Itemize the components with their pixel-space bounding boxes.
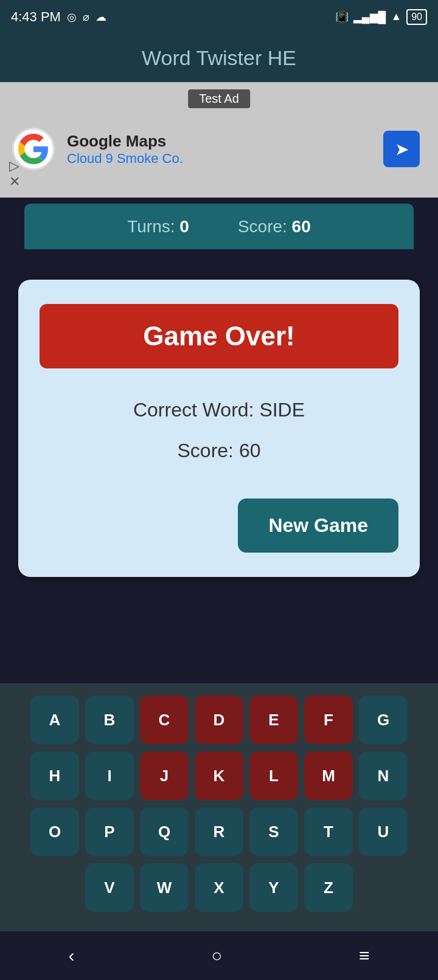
ad-business-sub: Cloud 9 Smoke Co. [67, 151, 183, 167]
key-q[interactable]: Q [140, 807, 189, 856]
signal-icon: ▂▄▆█ [353, 10, 386, 24]
key-n[interactable]: N [359, 751, 408, 800]
key-a[interactable]: A [30, 695, 79, 744]
new-game-button[interactable]: New Game [238, 499, 398, 553]
ad-close-icons: ▷ ✕ [9, 159, 20, 188]
status-time: 4:43 PM [11, 9, 61, 25]
keyboard-row-0: ABCDEFG [6, 695, 432, 744]
key-v[interactable]: V [85, 863, 134, 912]
key-k[interactable]: K [195, 751, 243, 800]
whatsapp-icon: ◎ [67, 10, 77, 24]
battery-icon: 90 [406, 9, 427, 25]
key-t[interactable]: T [304, 807, 353, 856]
key-c[interactable]: C [140, 695, 189, 744]
ad-x-icon: ✕ [9, 175, 20, 188]
keyboard-row-2: OPQRSTU [6, 807, 432, 856]
wifi-icon: ▲ [391, 10, 401, 23]
key-h[interactable]: H [30, 751, 79, 800]
ad-content: Google Maps Cloud 9 Smoke Co. [12, 128, 183, 170]
key-s[interactable]: S [249, 807, 298, 856]
game-over-text: Game Over! [143, 321, 294, 351]
game-over-modal: Game Over! Correct Word: SIDE Score: 60 … [18, 280, 420, 577]
keyboard-row-3: VWXYZ [6, 863, 432, 912]
status-bar: 4:43 PM ◎ ⌀ ☁ 📳 ▂▄▆█ ▲ 90 [0, 0, 438, 33]
key-i[interactable]: I [85, 751, 134, 800]
status-right: 📳 ▂▄▆█ ▲ 90 [335, 9, 427, 25]
cloud-icon: ☁ [96, 10, 106, 24]
turns-value: 0 [179, 217, 189, 236]
ad-business-name: Google Maps [67, 132, 183, 151]
key-x[interactable]: X [195, 863, 243, 912]
turns-label: Turns: 0 [127, 217, 189, 236]
menu-button[interactable]: ≡ [359, 945, 370, 966]
stats-bar: Turns: 0 Score: 60 [24, 204, 414, 249]
key-l[interactable]: L [249, 751, 298, 800]
app-header: Word Twister HE [0, 33, 438, 82]
status-left: 4:43 PM ◎ ⌀ ☁ [11, 9, 106, 25]
key-g[interactable]: G [359, 695, 408, 744]
key-p[interactable]: P [85, 807, 134, 856]
test-ad-label: Test Ad [188, 89, 250, 108]
usb-icon: ⌀ [83, 10, 89, 24]
app-title: Word Twister HE [142, 46, 296, 70]
key-o[interactable]: O [30, 807, 79, 856]
game-over-banner: Game Over! [40, 304, 398, 368]
key-j[interactable]: J [140, 751, 189, 800]
home-button[interactable]: ○ [211, 945, 222, 966]
key-r[interactable]: R [195, 807, 243, 856]
key-u[interactable]: U [359, 807, 408, 856]
key-m[interactable]: M [304, 751, 353, 800]
key-w[interactable]: W [140, 863, 189, 912]
ad-arrow-icon[interactable]: ➤ [383, 131, 420, 167]
ad-banner[interactable]: Test Ad Google Maps Cloud 9 Smoke Co. ➤ … [0, 82, 438, 198]
keyboard-area: ABCDEFGHIJKLMNOPQRSTUVWXYZ [0, 683, 438, 931]
ad-text: Google Maps Cloud 9 Smoke Co. [67, 132, 183, 167]
key-e[interactable]: E [249, 695, 298, 744]
key-b[interactable]: B [85, 695, 134, 744]
score-value: 60 [292, 217, 311, 236]
ad-play-icon: ▷ [9, 159, 20, 173]
correct-word-display: Correct Word: SIDE [40, 399, 398, 421]
vibrate-icon: 📳 [335, 10, 349, 24]
back-button[interactable]: ‹ [68, 945, 74, 966]
score-label: Score: 60 [238, 217, 311, 236]
score-display: Score: 60 [40, 440, 398, 462]
key-y[interactable]: Y [249, 863, 298, 912]
key-f[interactable]: F [304, 695, 353, 744]
keyboard-row-1: HIJKLMN [6, 751, 432, 800]
key-d[interactable]: D [195, 695, 243, 744]
key-z[interactable]: Z [304, 863, 353, 912]
nav-bar: ‹ ○ ≡ [0, 931, 438, 980]
